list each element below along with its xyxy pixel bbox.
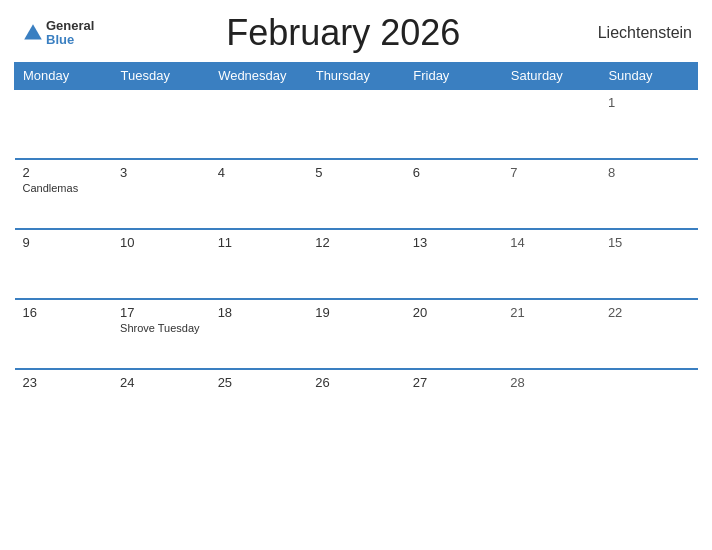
day-header-friday: Friday	[405, 63, 503, 90]
day-cell: 15	[600, 229, 698, 299]
day-number: 4	[218, 165, 300, 180]
day-header-wednesday: Wednesday	[210, 63, 308, 90]
day-number: 12	[315, 235, 397, 250]
day-cell: 24	[112, 369, 210, 439]
day-number: 11	[218, 235, 300, 250]
day-number: 28	[510, 375, 592, 390]
day-number: 20	[413, 305, 495, 320]
day-cell	[307, 89, 405, 159]
day-number: 16	[23, 305, 105, 320]
day-cell: 25	[210, 369, 308, 439]
day-cell: 9	[15, 229, 113, 299]
day-number: 5	[315, 165, 397, 180]
day-header-thursday: Thursday	[307, 63, 405, 90]
day-cell: 23	[15, 369, 113, 439]
day-cell	[112, 89, 210, 159]
week-row-4: 1617Shrove Tuesday1819202122	[15, 299, 698, 369]
day-number: 1	[608, 95, 690, 110]
day-cell	[405, 89, 503, 159]
day-cell: 6	[405, 159, 503, 229]
day-header-tuesday: Tuesday	[112, 63, 210, 90]
calendar-title: February 2026	[94, 12, 592, 54]
day-cell: 22	[600, 299, 698, 369]
day-number: 17	[120, 305, 202, 320]
week-row-1: 1	[15, 89, 698, 159]
day-cell: 4	[210, 159, 308, 229]
day-event: Shrove Tuesday	[120, 322, 202, 334]
day-number: 22	[608, 305, 690, 320]
day-event: Candlemas	[23, 182, 105, 194]
day-number: 3	[120, 165, 202, 180]
day-cell	[600, 369, 698, 439]
logo-icon	[22, 22, 44, 44]
day-number: 14	[510, 235, 592, 250]
week-row-2: 2Candlemas345678	[15, 159, 698, 229]
day-number: 8	[608, 165, 690, 180]
day-number: 2	[23, 165, 105, 180]
svg-marker-0	[24, 24, 42, 39]
day-header-monday: Monday	[15, 63, 113, 90]
day-cell: 14	[502, 229, 600, 299]
day-number: 6	[413, 165, 495, 180]
day-cell: 26	[307, 369, 405, 439]
logo-general-text: General	[46, 19, 94, 33]
day-header-saturday: Saturday	[502, 63, 600, 90]
calendar-grid: MondayTuesdayWednesdayThursdayFridaySatu…	[0, 62, 712, 550]
days-header-row: MondayTuesdayWednesdayThursdayFridaySatu…	[15, 63, 698, 90]
day-cell: 21	[502, 299, 600, 369]
day-number: 15	[608, 235, 690, 250]
day-cell: 2Candlemas	[15, 159, 113, 229]
day-cell: 8	[600, 159, 698, 229]
day-cell: 20	[405, 299, 503, 369]
day-header-sunday: Sunday	[600, 63, 698, 90]
day-cell: 17Shrove Tuesday	[112, 299, 210, 369]
day-cell: 27	[405, 369, 503, 439]
country-label: Liechtenstein	[592, 24, 692, 42]
day-cell	[210, 89, 308, 159]
day-cell: 28	[502, 369, 600, 439]
calendar-table: MondayTuesdayWednesdayThursdayFridaySatu…	[14, 62, 698, 439]
day-number: 23	[23, 375, 105, 390]
day-cell: 12	[307, 229, 405, 299]
logo: General Blue	[20, 19, 94, 48]
calendar-page: General Blue February 2026 Liechtenstein…	[0, 0, 712, 550]
day-cell: 18	[210, 299, 308, 369]
day-number: 19	[315, 305, 397, 320]
day-number: 21	[510, 305, 592, 320]
day-number: 25	[218, 375, 300, 390]
day-number: 7	[510, 165, 592, 180]
day-cell: 3	[112, 159, 210, 229]
day-number: 26	[315, 375, 397, 390]
day-cell: 7	[502, 159, 600, 229]
week-row-5: 232425262728	[15, 369, 698, 439]
week-row-3: 9101112131415	[15, 229, 698, 299]
day-number: 9	[23, 235, 105, 250]
header: General Blue February 2026 Liechtenstein	[0, 0, 712, 62]
day-cell: 16	[15, 299, 113, 369]
day-cell: 5	[307, 159, 405, 229]
day-number: 27	[413, 375, 495, 390]
day-number: 13	[413, 235, 495, 250]
logo-blue-text: Blue	[46, 33, 94, 47]
day-number: 24	[120, 375, 202, 390]
day-number: 10	[120, 235, 202, 250]
day-cell: 10	[112, 229, 210, 299]
day-cell: 13	[405, 229, 503, 299]
day-cell	[15, 89, 113, 159]
day-number: 18	[218, 305, 300, 320]
day-cell: 19	[307, 299, 405, 369]
day-cell	[502, 89, 600, 159]
day-cell: 11	[210, 229, 308, 299]
day-cell: 1	[600, 89, 698, 159]
